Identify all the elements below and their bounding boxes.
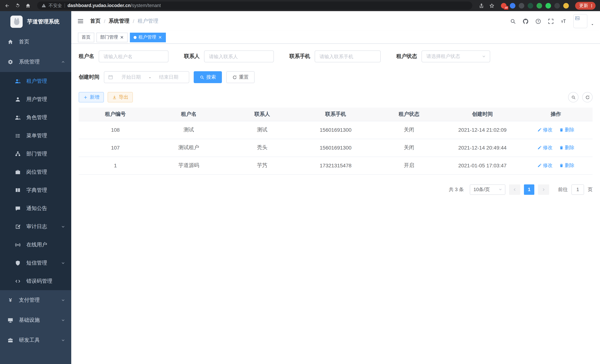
delete-link[interactable]: 删除	[559, 162, 574, 169]
home-icon	[7, 39, 13, 45]
extension-bright-green-icon[interactable]	[545, 3, 551, 8]
prev-page-button[interactable]	[509, 184, 520, 195]
tenant-name-input[interactable]	[99, 50, 169, 62]
tab-tenant-management[interactable]: 租户管理	[130, 32, 166, 42]
sidebar-item-system-management[interactable]: 系统管理	[0, 52, 71, 72]
update-label: 更新	[579, 2, 588, 9]
sidebar-logo[interactable]: 芋道管理系统	[0, 11, 71, 32]
edit-link[interactable]: 修改	[537, 162, 553, 169]
contact-label: 联系人	[184, 53, 200, 60]
edit-link[interactable]: 修改	[537, 127, 553, 133]
chevron-down-icon	[61, 318, 65, 322]
sidebar-item-sms-management[interactable]: 短信管理	[0, 254, 71, 272]
delete-link[interactable]: 删除	[559, 127, 574, 133]
sidebar-item-notice[interactable]: 通知公告	[0, 199, 71, 217]
font-size-icon[interactable]	[558, 16, 569, 27]
avatar[interactable]	[573, 14, 587, 28]
sidebar-item-online-users[interactable]: 在线用户	[0, 236, 71, 254]
chevron-left-icon	[512, 187, 517, 192]
sidebar-item-home[interactable]: 首页	[0, 32, 71, 52]
toggle-search-button[interactable]	[568, 92, 579, 103]
tenant-status-select[interactable]: 请选择租户状态	[422, 50, 490, 62]
github-icon[interactable]	[520, 16, 531, 27]
menu-label: 支付管理	[19, 297, 40, 304]
sidebar-item-audit-log[interactable]: 审计日志	[0, 217, 71, 236]
export-button[interactable]: 导出	[108, 92, 133, 103]
select-placeholder: 请选择租户状态	[426, 53, 460, 60]
sidebar-item-user-management[interactable]: 用户管理	[0, 90, 71, 108]
extension-yellow-icon[interactable]	[563, 3, 569, 8]
next-page-button[interactable]	[538, 184, 549, 195]
extension-dark-icon[interactable]	[554, 3, 560, 8]
contact-input[interactable]	[204, 50, 274, 62]
reload-icon[interactable]	[15, 3, 20, 8]
breadcrumb-system-management[interactable]: 系统管理	[109, 18, 130, 25]
extension-red-icon[interactable]: 10	[501, 3, 506, 8]
page-size-select[interactable]: 10条/页	[470, 184, 505, 195]
sms-shield-icon	[15, 260, 21, 266]
address-bar[interactable]: 不安全 dashboard.yudao.iocoder.cn/system/te…	[37, 1, 472, 10]
back-icon[interactable]	[4, 3, 10, 8]
toolbar-right	[568, 92, 593, 103]
delete-link[interactable]: 删除	[559, 144, 574, 151]
search-button-label: 搜索	[206, 74, 216, 81]
hamburger-icon[interactable]	[77, 18, 84, 25]
goto-label: 前往	[558, 186, 568, 193]
url-domain: dashboard.yudao.iocoder.cn	[67, 3, 131, 8]
add-button[interactable]: 新增	[79, 92, 104, 103]
header-status: 租户状态	[372, 108, 446, 121]
contact-phone-input[interactable]	[315, 50, 381, 62]
share-icon[interactable]	[479, 3, 484, 8]
fullscreen-icon[interactable]	[545, 16, 556, 27]
avatar-caret-down-icon[interactable]	[590, 22, 594, 27]
extension-green-icon[interactable]	[536, 3, 542, 8]
sidebar-item-dict-management[interactable]: 字典管理	[0, 181, 71, 199]
end-date-placeholder: 结束日期	[152, 74, 185, 81]
sidebar-item-error-code-management[interactable]: 错误码管理	[0, 272, 71, 290]
breadcrumb-home[interactable]: 首页	[90, 18, 101, 25]
cell-tenant-name: 测试	[152, 121, 225, 139]
sidebar-item-menu-management[interactable]: 菜单管理	[0, 127, 71, 145]
cell-tenant-id: 108	[79, 121, 152, 139]
download-icon	[112, 95, 117, 100]
search-icon	[200, 75, 205, 80]
reset-button[interactable]: 重置	[226, 71, 254, 83]
create-time-label: 创建时间	[79, 74, 99, 81]
tags-view: 首页 部门管理 租户管理	[71, 31, 600, 44]
sidebar-item-post-management[interactable]: 岗位管理	[0, 163, 71, 181]
close-icon[interactable]	[158, 35, 162, 39]
extension-dark-green-icon[interactable]	[528, 3, 533, 8]
sidebar-item-dept-management[interactable]: 部门管理	[0, 145, 71, 163]
help-question-icon[interactable]	[533, 16, 544, 27]
sidebar-item-tenant-management[interactable]: 租户管理	[0, 72, 71, 90]
create-time-range-picker[interactable]: 开始日期 - 结束日期	[104, 71, 189, 83]
close-icon[interactable]	[120, 35, 124, 39]
chrome-update-button[interactable]: 更新	[575, 2, 596, 9]
current-page-button[interactable]: 1	[524, 184, 534, 195]
sidebar-item-payment-management[interactable]: 支付管理	[0, 290, 71, 310]
goto-page-input[interactable]	[572, 184, 584, 195]
sidebar-item-role-management[interactable]: 角色管理	[0, 108, 71, 127]
sidebar-item-infrastructure[interactable]: 基础设施	[0, 310, 71, 330]
menu-label: 菜单管理	[26, 132, 47, 139]
chevron-right-icon	[541, 187, 546, 192]
menu-list-icon	[15, 133, 21, 139]
tab-dept-management[interactable]: 部门管理	[96, 32, 128, 42]
edit-pencil-icon	[537, 163, 542, 168]
bookmark-star-icon[interactable]	[489, 3, 495, 8]
menu-dots-icon[interactable]	[589, 3, 594, 8]
menu-label: 短信管理	[26, 260, 47, 266]
start-date-placeholder: 开始日期	[115, 74, 148, 81]
refresh-table-button[interactable]	[582, 92, 593, 103]
menu-label: 审计日志	[26, 223, 47, 230]
search-button[interactable]: 搜索	[194, 71, 222, 83]
extension-dark-ring-icon[interactable]	[519, 3, 524, 8]
sidebar-item-dev-tools[interactable]: 研发工具	[0, 330, 71, 350]
edit-link[interactable]: 修改	[537, 144, 553, 151]
header-search-icon[interactable]	[507, 16, 518, 27]
tab-home[interactable]: 首页	[78, 32, 94, 42]
table-row: 108 测试 测试 15601691300 关闭 2021-12-14 21:0…	[79, 121, 593, 139]
briefcase-icon	[15, 169, 21, 175]
browser-home-icon[interactable]	[25, 3, 31, 8]
extension-blue-icon[interactable]	[510, 3, 516, 8]
